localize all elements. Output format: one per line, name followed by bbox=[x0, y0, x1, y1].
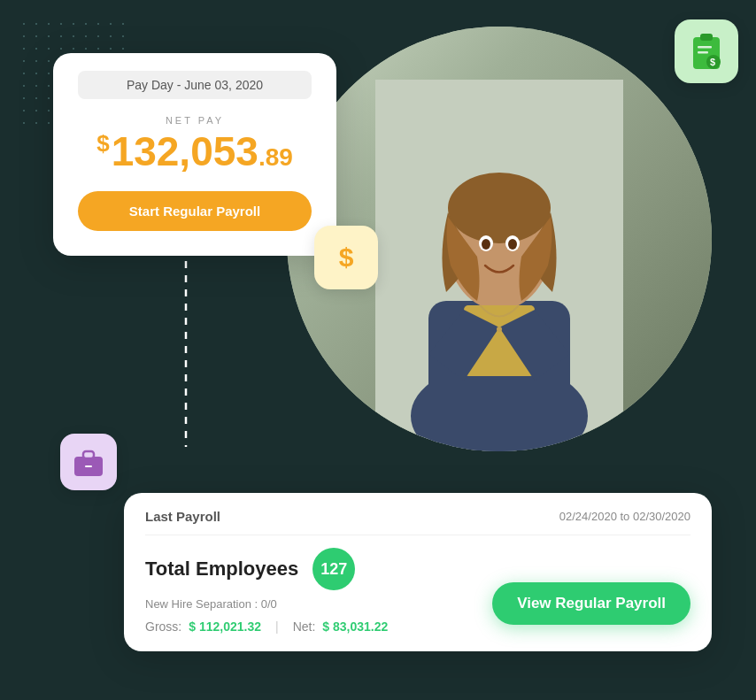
net-pay-amount: $132,053.89 bbox=[78, 131, 312, 172]
svg-point-11 bbox=[497, 327, 502, 332]
total-employees-label: Total Employees bbox=[145, 558, 298, 581]
payday-label: Pay Day - June 03, 2020 bbox=[127, 78, 263, 92]
svg-point-9 bbox=[482, 239, 490, 250]
dollar-sign: $ bbox=[96, 130, 109, 157]
amount-cents: .89 bbox=[258, 143, 293, 171]
svg-point-10 bbox=[508, 239, 517, 250]
gross-label: Gross: bbox=[145, 619, 181, 634]
employee-count: 127 bbox=[320, 560, 347, 579]
payday-badge: Pay Day - June 03, 2020 bbox=[78, 71, 312, 99]
dashed-connector bbox=[173, 261, 199, 447]
svg-rect-20 bbox=[83, 451, 94, 458]
clipboard-icon: $ bbox=[689, 32, 724, 71]
gross-amount: $ 112,021.32 bbox=[189, 619, 261, 634]
start-payroll-button[interactable]: Start Regular Payroll bbox=[78, 191, 312, 231]
employee-count-badge: 127 bbox=[312, 548, 355, 590]
net-amount: $ 83,031.22 bbox=[322, 619, 388, 634]
bottom-payroll-card: Last Payroll 02/24/2020 to 02/30/2020 To… bbox=[124, 493, 712, 651]
briefcase-icon bbox=[73, 448, 104, 476]
view-payroll-button[interactable]: View Regular Payroll bbox=[492, 582, 690, 625]
last-payroll-title: Last Payroll bbox=[145, 509, 220, 524]
dollar-circle-symbol: $ bbox=[339, 242, 354, 273]
top-payroll-card: Pay Day - June 03, 2020 NET PAY $132,053… bbox=[53, 53, 336, 256]
svg-point-5 bbox=[448, 173, 551, 243]
dollar-float-icon: $ bbox=[314, 226, 378, 289]
last-payroll-header: Last Payroll 02/24/2020 to 02/30/2020 bbox=[145, 509, 690, 535]
separator: | bbox=[275, 619, 279, 634]
svg-rect-21 bbox=[85, 465, 92, 467]
briefcase-icon-container bbox=[60, 434, 117, 490]
amount-whole: 132,053 bbox=[112, 128, 258, 174]
svg-text:$: $ bbox=[710, 57, 715, 67]
svg-rect-13 bbox=[700, 34, 713, 41]
net-pay-label: NET PAY bbox=[78, 115, 312, 126]
svg-rect-16 bbox=[698, 46, 712, 49]
last-payroll-dates: 02/24/2020 to 02/30/2020 bbox=[559, 510, 690, 523]
net-label: Net: bbox=[293, 619, 316, 634]
clipboard-icon-container: $ bbox=[675, 19, 738, 83]
svg-rect-17 bbox=[698, 51, 708, 54]
